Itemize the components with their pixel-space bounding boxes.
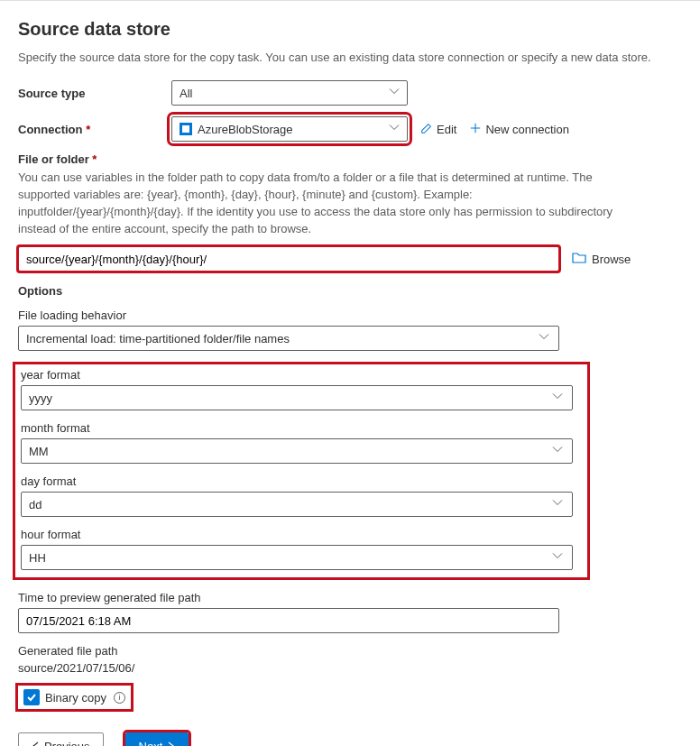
file-loading-behavior-label: File loading behavior [18,309,682,322]
source-type-label: Source type [18,87,171,100]
edit-icon [420,122,433,137]
year-format-value: yyyy [29,391,52,405]
file-loading-behavior-value: Incremental load: time-partitioned folde… [26,332,290,345]
chevron-down-icon [389,123,400,136]
file-path-input[interactable] [18,246,559,272]
time-preview-label: Time to preview generated file path [18,591,682,604]
chevron-right-icon [166,740,175,746]
month-format-select[interactable]: MM [21,438,573,464]
page-description: Specify the source data store for the co… [18,51,682,64]
generated-file-path-label: Generated file path [18,644,682,658]
source-type-value: All [180,87,192,100]
connection-value: AzureBlobStorage [198,123,293,136]
browse-button[interactable]: Browse [572,251,631,268]
new-connection-button[interactable]: New connection [469,122,569,137]
file-or-folder-label: File or folder * [18,152,682,166]
day-format-value: dd [29,498,41,511]
chevron-down-icon [552,391,563,405]
chevron-down-icon [539,332,549,345]
hour-format-label: hour format [21,528,582,541]
next-button[interactable]: Next [125,732,189,746]
file-or-folder-help: You can use variables in the folder path… [18,170,613,237]
chevron-down-icon [552,445,563,458]
day-format-select[interactable]: dd [21,492,573,517]
chevron-down-icon [389,87,400,100]
day-format-label: day format [21,474,582,488]
binary-copy-checkbox[interactable] [23,689,40,705]
time-preview-input[interactable] [18,608,559,633]
plus-icon [469,122,482,137]
binary-copy-label: Binary copy [45,691,106,705]
azure-storage-icon [180,123,192,135]
edit-connection-button[interactable]: Edit [420,122,456,137]
month-format-label: month format [21,421,582,435]
year-format-label: year format [21,368,582,382]
year-format-select[interactable]: yyyy [21,385,573,410]
connection-label: Connection * [18,123,171,136]
chevron-left-icon [32,740,41,746]
folder-icon [572,251,586,268]
month-format-value: MM [29,445,49,458]
hour-format-select[interactable]: HH [21,545,573,570]
page-title: Source data store [18,19,682,40]
options-heading: Options [18,284,682,298]
chevron-down-icon [552,551,563,565]
generated-file-path-value: source/2021/07/15/06/ [18,661,682,675]
connection-select[interactable]: AzureBlobStorage [171,116,408,142]
chevron-down-icon [552,498,563,511]
source-type-select[interactable]: All [171,80,408,106]
previous-button[interactable]: Previous [18,732,104,746]
info-icon[interactable]: i [114,692,125,704]
hour-format-value: HH [29,551,46,565]
file-loading-behavior-select[interactable]: Incremental load: time-partitioned folde… [18,326,559,351]
